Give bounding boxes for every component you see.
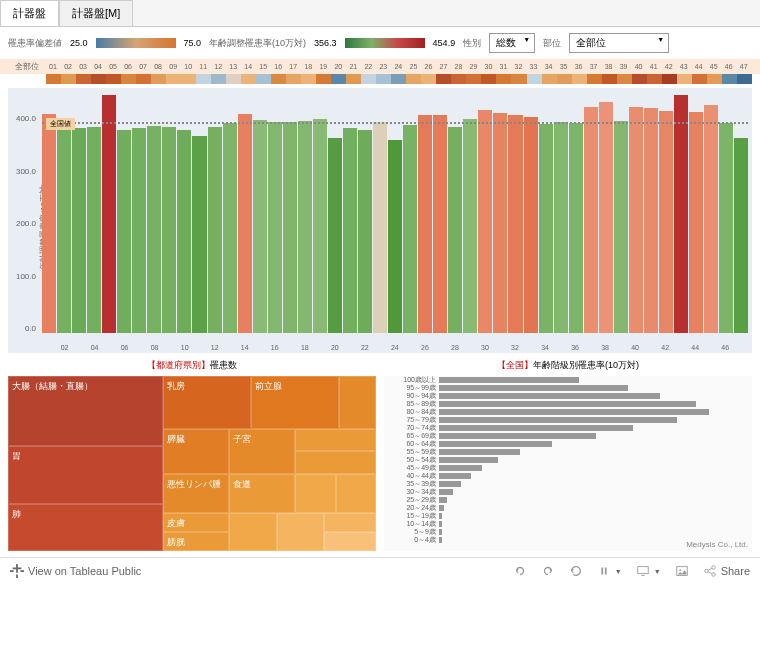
bar[interactable] xyxy=(268,122,282,333)
color-cell[interactable] xyxy=(511,74,526,84)
age-row[interactable]: 55～59歳 xyxy=(384,448,752,456)
bar[interactable] xyxy=(704,105,718,333)
treemap-cell[interactable] xyxy=(339,376,376,429)
color-cell[interactable] xyxy=(166,74,181,84)
color-cell[interactable] xyxy=(602,74,617,84)
age-row[interactable]: 45～49歳 xyxy=(384,464,752,472)
color-cell[interactable] xyxy=(61,74,76,84)
bar[interactable] xyxy=(539,124,553,333)
color-cell[interactable] xyxy=(181,74,196,84)
bar[interactable] xyxy=(223,123,237,333)
bar[interactable] xyxy=(373,122,387,333)
sex-select[interactable]: 総数 xyxy=(489,33,535,53)
age-row[interactable]: 10～14歳 xyxy=(384,520,752,528)
treemap-cell[interactable]: 前立腺 xyxy=(251,376,339,429)
bar[interactable] xyxy=(57,128,71,333)
age-row[interactable]: 30～34歳 xyxy=(384,488,752,496)
treemap-cell[interactable] xyxy=(295,474,335,513)
color-cell[interactable] xyxy=(722,74,737,84)
bar[interactable] xyxy=(463,119,477,333)
bar[interactable] xyxy=(599,102,613,333)
color-cell[interactable] xyxy=(196,74,211,84)
bar[interactable] xyxy=(358,130,372,333)
bar[interactable] xyxy=(403,125,417,333)
age-bar-chart[interactable]: 100歳以上95～99歳90～94歳85～89歳80～84歳75～79歳70～7… xyxy=(384,376,752,551)
bar[interactable] xyxy=(117,130,131,333)
color-cell[interactable] xyxy=(376,74,391,84)
color-cell[interactable] xyxy=(451,74,466,84)
color-cell[interactable] xyxy=(331,74,346,84)
bar[interactable] xyxy=(253,120,267,333)
color-cell[interactable] xyxy=(136,74,151,84)
color-cell[interactable] xyxy=(677,74,692,84)
bar[interactable] xyxy=(493,113,507,333)
bar[interactable] xyxy=(674,95,688,333)
age-row[interactable]: 35～39歳 xyxy=(384,480,752,488)
color-cell[interactable] xyxy=(46,74,61,84)
bar[interactable] xyxy=(448,127,462,333)
bar[interactable] xyxy=(102,95,116,333)
image-button[interactable] xyxy=(675,564,689,578)
color-cell[interactable] xyxy=(647,74,662,84)
age-row[interactable]: 80～84歳 xyxy=(384,408,752,416)
treemap-cell[interactable]: 胃 xyxy=(8,446,163,504)
bar[interactable] xyxy=(208,127,222,333)
bar[interactable] xyxy=(734,138,748,333)
color-cell[interactable] xyxy=(121,74,136,84)
color-cell[interactable] xyxy=(662,74,677,84)
age-row[interactable]: 15～19歳 xyxy=(384,512,752,520)
bar[interactable] xyxy=(508,115,522,333)
tab-dashboard-m[interactable]: 計器盤[M] xyxy=(59,0,133,26)
treemap-chart[interactable]: 大腸（結腸・直腸）胃肺乳房前立腺膵臓子宮悪性リンパ腫食道皮膚膀胱 xyxy=(8,376,376,551)
bar[interactable] xyxy=(238,114,252,333)
treemap-cell[interactable] xyxy=(229,513,277,552)
age-row[interactable]: 95～99歳 xyxy=(384,384,752,392)
color-cell[interactable] xyxy=(572,74,587,84)
color-cell[interactable] xyxy=(481,74,496,84)
bar[interactable] xyxy=(42,114,56,333)
bar[interactable] xyxy=(524,117,538,333)
color-cell[interactable] xyxy=(256,74,271,84)
color-cell[interactable] xyxy=(241,74,256,84)
color-cell[interactable] xyxy=(151,74,166,84)
treemap-cell[interactable]: 膵臓 xyxy=(163,429,229,475)
treemap-cell[interactable] xyxy=(336,474,376,513)
age-row[interactable]: 60～64歳 xyxy=(384,440,752,448)
treemap-cell[interactable]: 悪性リンパ腫 xyxy=(163,474,229,513)
bar[interactable] xyxy=(192,136,206,334)
color-cell[interactable] xyxy=(346,74,361,84)
age-row[interactable]: 25～29歳 xyxy=(384,496,752,504)
treemap-cell[interactable]: 子宮 xyxy=(229,429,295,475)
bar[interactable] xyxy=(72,128,86,333)
color-cell[interactable] xyxy=(361,74,376,84)
bar[interactable] xyxy=(147,126,161,333)
color-cell[interactable] xyxy=(436,74,451,84)
age-row[interactable]: 65～69歳 xyxy=(384,432,752,440)
color-cell[interactable] xyxy=(587,74,602,84)
age-row[interactable]: 5～9歳 xyxy=(384,528,752,536)
color-cell[interactable] xyxy=(91,74,106,84)
bar-chart[interactable]: 年齢調整罹患率(10万対) 0.0100.0200.0300.0400.0 全国… xyxy=(8,88,752,353)
treemap-cell[interactable]: 乳房 xyxy=(163,376,251,429)
undo-button[interactable] xyxy=(513,564,527,578)
age-row[interactable]: 50～54歳 xyxy=(384,456,752,464)
color-cell[interactable] xyxy=(271,74,286,84)
bar[interactable] xyxy=(283,122,297,333)
bar[interactable] xyxy=(629,107,643,333)
bar[interactable] xyxy=(388,140,402,333)
color-cell[interactable] xyxy=(557,74,572,84)
bar[interactable] xyxy=(343,128,357,333)
color-cell[interactable] xyxy=(286,74,301,84)
bar[interactable] xyxy=(584,107,598,333)
bar[interactable] xyxy=(313,119,327,333)
bar[interactable] xyxy=(87,127,101,333)
treemap-cell[interactable]: 肺 xyxy=(8,504,163,551)
treemap-cell[interactable] xyxy=(277,513,325,552)
color-cell[interactable] xyxy=(542,74,557,84)
treemap-cell[interactable]: 皮膚 xyxy=(163,513,229,532)
bar[interactable] xyxy=(659,111,673,333)
bar[interactable] xyxy=(719,123,733,333)
color-cell[interactable] xyxy=(707,74,722,84)
color-cell[interactable] xyxy=(316,74,331,84)
bar[interactable] xyxy=(614,121,628,333)
